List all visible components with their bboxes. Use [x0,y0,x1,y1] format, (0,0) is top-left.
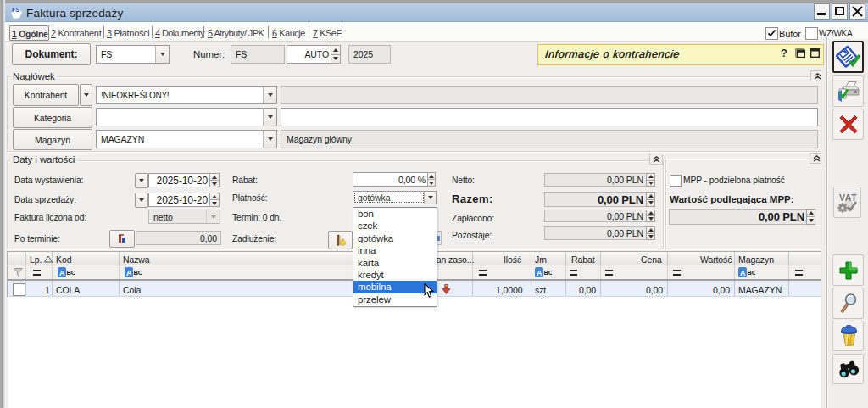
svg-text:BC: BC [544,269,553,277]
svg-text:BC: BC [748,269,756,277]
svg-text:A: A [126,269,132,277]
svg-text:BC: BC [67,269,75,277]
svg-text:A: A [537,269,542,277]
svg-text:A: A [59,269,65,277]
svg-text:BC: BC [134,269,142,277]
svg-text:FS: FS [12,7,20,13]
svg-text:A: A [740,269,746,277]
